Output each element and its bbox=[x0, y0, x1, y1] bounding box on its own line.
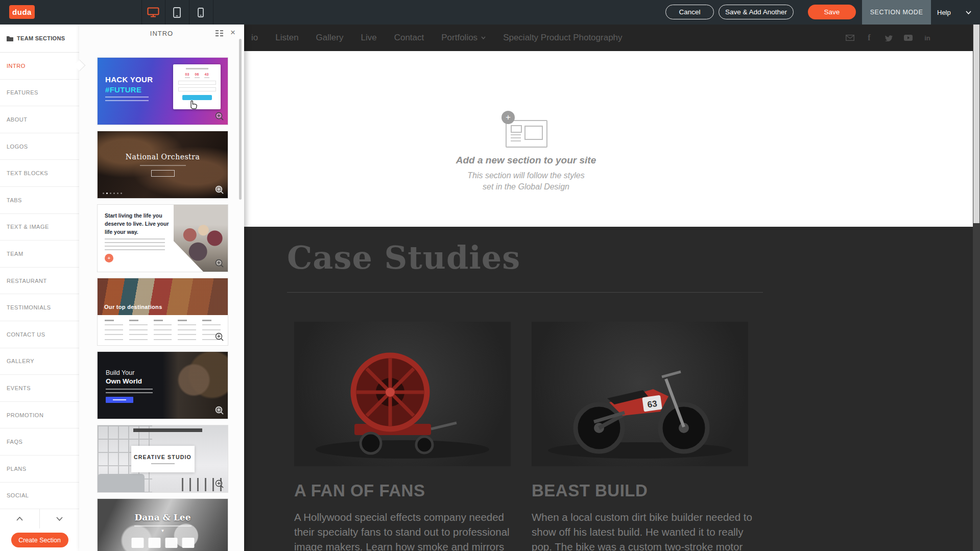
sidebar-item[interactable]: RESTAURANT bbox=[0, 268, 79, 295]
tablet-preview-button[interactable] bbox=[165, 0, 188, 25]
site-nav-item[interactable]: Listen bbox=[275, 33, 298, 43]
sidebar-item[interactable]: TESTIMONIALS bbox=[0, 294, 79, 321]
chevron-down-icon[interactable] bbox=[966, 11, 971, 14]
add-section-title: Add a new section to your site bbox=[449, 155, 603, 166]
chevron-down-icon bbox=[481, 36, 486, 39]
template-thumbnail-hack-your-future[interactable]: HACK YOUR #FUTURE 03 06 43 bbox=[97, 57, 228, 125]
sidebar-item[interactable]: GALLERY bbox=[0, 348, 79, 375]
case-card-title: A FAN OF FANS bbox=[294, 481, 425, 500]
add-section-subtitle: This section will follow the styles set … bbox=[449, 170, 603, 192]
create-section-button[interactable]: Create Section bbox=[11, 533, 68, 547]
add-section-dropzone[interactable]: + Add a new section to your site This se… bbox=[449, 115, 603, 192]
site-nav-items: io Listen Gallery Live bbox=[251, 25, 623, 51]
desktop-icon bbox=[147, 7, 159, 17]
case-card-title: BEAST BUILD bbox=[532, 481, 648, 500]
sidebar-item[interactable]: TEAM bbox=[0, 241, 79, 268]
zoom-preview-icon[interactable] bbox=[215, 112, 224, 121]
linkedin-icon[interactable]: in bbox=[923, 34, 932, 42]
page-scrollbar-thumb[interactable] bbox=[973, 25, 979, 223]
case-card-image-bike: 63 bbox=[532, 322, 748, 466]
site-nav-item[interactable]: Portfolios bbox=[441, 33, 486, 43]
sidebar-item[interactable]: EVENTS bbox=[0, 375, 79, 402]
case-card-body: A Hollywood special effects company need… bbox=[294, 510, 518, 551]
zoom-preview-icon[interactable] bbox=[215, 185, 224, 195]
sidebar-item[interactable]: TEXT & IMAGE bbox=[0, 214, 79, 241]
cancel-button[interactable]: Cancel bbox=[665, 5, 714, 19]
add-section-icon: + bbox=[505, 115, 547, 148]
template-thumbnail-start-living[interactable]: Start living the life you deserve to liv… bbox=[97, 204, 228, 272]
zoom-preview-icon[interactable] bbox=[215, 406, 224, 415]
zoom-preview-icon[interactable] bbox=[215, 332, 224, 342]
site-nav-item[interactable]: Specialty Product Photography bbox=[503, 33, 622, 43]
template-thumbnail-creative-studio[interactable]: CREATIVE STUDIO bbox=[97, 425, 228, 493]
hand-cursor-icon bbox=[187, 99, 199, 111]
sidebar-item[interactable]: INTRO bbox=[0, 53, 79, 80]
template-thumbnail-build-your-own-world[interactable]: Build Your Own World bbox=[97, 351, 228, 419]
facebook-icon[interactable]: f bbox=[865, 34, 874, 42]
site-nav-item[interactable]: Live bbox=[361, 33, 376, 43]
chevron-up-icon bbox=[16, 517, 23, 521]
intro-templates-panel: INTRO × HACK YOUR #FUTURE 03 06 43 bbox=[79, 25, 244, 551]
help-menu[interactable]: Help bbox=[937, 0, 951, 25]
template-thumbnail-dana-and-lee[interactable]: Dana & Lee ▼ bbox=[97, 498, 228, 551]
zoom-preview-icon[interactable] bbox=[215, 259, 224, 268]
section-mode-badge: SECTION MODE bbox=[862, 0, 931, 25]
sidebar-item[interactable]: PLANS bbox=[0, 456, 79, 483]
panel-scrollbar-thumb[interactable] bbox=[239, 39, 242, 200]
panel-title: INTRO bbox=[150, 30, 173, 37]
app-stage: io Listen Gallery Live bbox=[0, 0, 980, 551]
layout-grid-icon[interactable] bbox=[216, 30, 224, 38]
site-nav-item[interactable]: io bbox=[251, 33, 258, 43]
page-scrollbar[interactable] bbox=[973, 25, 980, 551]
carousel-dots bbox=[103, 193, 122, 194]
sidebar-item[interactable]: PROMOTION bbox=[0, 402, 79, 429]
sidebar-item[interactable]: CONTACT US bbox=[0, 321, 79, 348]
close-icon[interactable]: × bbox=[230, 28, 236, 38]
template-thumbnail-national-orchestra[interactable]: National Orchestra bbox=[97, 131, 228, 199]
scroll-up-button[interactable] bbox=[0, 509, 40, 529]
sidebar-items: INTRO FEATURES ABOUT LOGOS TEXT BLOCKS bbox=[0, 53, 79, 509]
template-thumbnail-top-destinations[interactable]: Our top destinations bbox=[97, 278, 228, 346]
sidebar-header: TEAM SECTIONS bbox=[0, 25, 79, 53]
site-nav-item[interactable]: Gallery bbox=[316, 33, 344, 43]
destinations-table bbox=[98, 315, 228, 345]
email-icon[interactable] bbox=[845, 34, 854, 42]
duda-logo: duda bbox=[9, 5, 35, 19]
panel-header: INTRO × bbox=[79, 25, 244, 42]
sidebar-item[interactable]: TEXT BLOCKS bbox=[0, 160, 79, 187]
case-studies-title: Case Studies bbox=[287, 239, 520, 276]
editor-topbar: duda Cancel Save & Add Another bbox=[0, 0, 980, 25]
case-studies-divider bbox=[287, 292, 763, 293]
sections-sidebar: TEAM SECTIONS INTRO FEATURES ABOUT LOGOS bbox=[0, 25, 79, 551]
site-nav-item[interactable]: Contact bbox=[394, 33, 424, 43]
youtube-icon[interactable] bbox=[903, 34, 913, 42]
sidebar-pager bbox=[0, 509, 79, 529]
tablet-icon bbox=[173, 7, 181, 18]
heart-icon: ▼ bbox=[98, 529, 228, 533]
sidebar-item[interactable]: TABS bbox=[0, 187, 79, 214]
svg-text:63: 63 bbox=[647, 399, 658, 410]
save-button[interactable]: Save bbox=[808, 5, 856, 19]
site-social-icons: f in bbox=[845, 25, 932, 51]
chevron-down-icon bbox=[56, 517, 63, 521]
sidebar-item[interactable]: SOCIAL bbox=[0, 483, 79, 510]
mobile-preview-button[interactable] bbox=[189, 0, 212, 25]
countdown-boxes bbox=[131, 538, 194, 548]
sidebar-item[interactable]: ABOUT bbox=[0, 106, 79, 133]
folder-icon bbox=[7, 36, 13, 41]
case-card-body: When a local custom dirt bike builder ne… bbox=[532, 510, 755, 551]
sidebar-footer: Create Section bbox=[0, 529, 79, 551]
save-add-another-button[interactable]: Save & Add Another bbox=[719, 5, 794, 19]
case-card-image-fan bbox=[294, 322, 511, 466]
sidebar-item[interactable]: FEATURES bbox=[0, 80, 79, 107]
plus-icon: + bbox=[501, 111, 515, 124]
plus-icon: + bbox=[105, 254, 113, 262]
sidebar-item[interactable]: FAQS bbox=[0, 428, 79, 456]
sidebar-item[interactable]: LOGOS bbox=[0, 133, 79, 160]
zoom-preview-icon[interactable] bbox=[215, 480, 224, 489]
desktop-preview-button[interactable] bbox=[141, 0, 165, 25]
mobile-icon bbox=[198, 8, 204, 17]
twitter-icon[interactable] bbox=[884, 34, 893, 42]
scroll-down-button[interactable] bbox=[40, 509, 79, 529]
